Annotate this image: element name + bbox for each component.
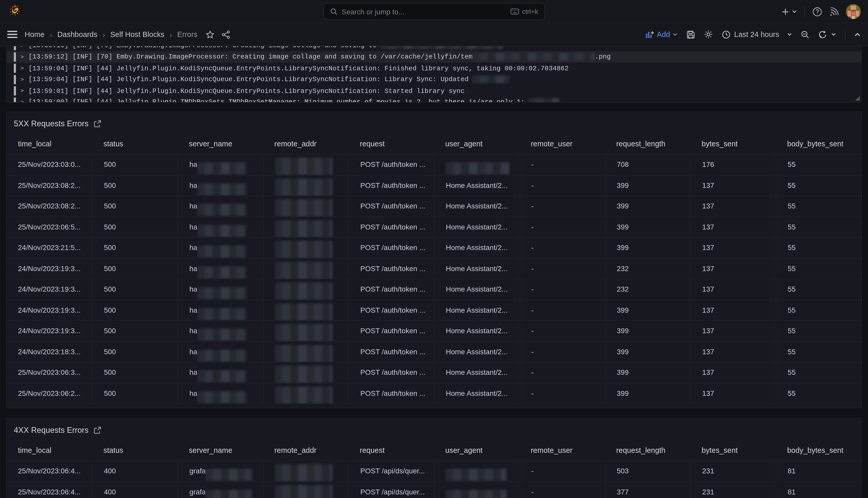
column-header-user_agent[interactable]: user_agent bbox=[434, 135, 519, 154]
mega-menu-button[interactable] bbox=[7, 30, 17, 39]
column-header-request_length[interactable]: request_length bbox=[605, 135, 690, 154]
breadcrumb-dashboard-name[interactable]: Self Host Blocks bbox=[110, 30, 164, 39]
table-cell: 55 bbox=[776, 175, 861, 196]
column-header-time_local[interactable]: time_local bbox=[7, 442, 92, 460]
column-header-remote_addr[interactable]: remote_addr bbox=[263, 135, 349, 154]
table-cell: POST /auth/token ... bbox=[349, 279, 434, 300]
table-cell: 25/Nov/2023:08:2... bbox=[7, 196, 92, 217]
redacted-text bbox=[275, 345, 333, 362]
column-header-request_length[interactable]: request_length bbox=[605, 442, 690, 460]
search-icon bbox=[330, 8, 338, 15]
table-cell bbox=[263, 300, 349, 320]
redacted-text bbox=[206, 490, 252, 498]
logs-panel: >[13:59:13] [INF] [70] Emby.Drawing.Imag… bbox=[6, 46, 862, 103]
table-cell: - bbox=[519, 238, 605, 258]
help-button[interactable] bbox=[812, 6, 822, 17]
zoom-out-button[interactable] bbox=[801, 30, 810, 39]
log-row[interactable]: >[13:59:04] [INF] [44] Jellyfin.Plugin.K… bbox=[7, 63, 861, 74]
grafana-logo[interactable] bbox=[8, 5, 22, 18]
table-cell: 137 bbox=[691, 238, 776, 258]
table-row: 24/Nov/2023:18:3...500haPOST /auth/token… bbox=[7, 341, 861, 362]
breadcrumb-dashboards[interactable]: Dashboards bbox=[57, 30, 97, 39]
redacted-text bbox=[198, 162, 247, 175]
column-header-time_local[interactable]: time_local bbox=[7, 135, 92, 154]
table-cell: 55 bbox=[776, 342, 861, 362]
user-avatar[interactable] bbox=[846, 4, 861, 19]
column-header-server_name[interactable]: server_name bbox=[177, 442, 263, 460]
column-header-body_bytes_sent[interactable]: body_bytes_sent bbox=[776, 442, 861, 460]
table-cell bbox=[263, 175, 349, 196]
log-lines: >[13:59:12] [INF] [70] Emby.Drawing.Imag… bbox=[7, 51, 861, 103]
table-cell: Home Assistant/2... bbox=[434, 238, 519, 258]
share-button[interactable] bbox=[222, 30, 230, 39]
panel-resize-handle[interactable] bbox=[855, 96, 860, 101]
column-header-request[interactable]: request bbox=[349, 135, 434, 154]
table-cell: 137 bbox=[691, 217, 776, 237]
expand-chevron-icon[interactable]: > bbox=[21, 88, 24, 94]
log-row[interactable]: >[13:59:13] [INF] [70] Emby.Drawing.Imag… bbox=[7, 46, 861, 51]
column-header-status[interactable]: status bbox=[92, 442, 177, 460]
column-header-body_bytes_sent[interactable]: body_bytes_sent bbox=[776, 135, 861, 154]
table-cell: 55 bbox=[776, 321, 861, 341]
expand-chevron-icon[interactable]: > bbox=[21, 54, 24, 60]
table-cell: - bbox=[519, 300, 605, 320]
column-header-request[interactable]: request bbox=[349, 442, 434, 460]
column-header-bytes_sent[interactable]: bytes_sent bbox=[691, 442, 776, 460]
keyboard-icon bbox=[510, 8, 519, 15]
table-cell: 55 bbox=[776, 279, 861, 300]
expand-chevron-icon[interactable]: > bbox=[21, 77, 24, 83]
add-panel-button[interactable]: Add bbox=[646, 30, 678, 39]
breadcrumb-home[interactable]: Home bbox=[25, 30, 44, 39]
refresh-button[interactable] bbox=[818, 30, 836, 39]
table-cell: Home Assistant/2... bbox=[434, 175, 519, 196]
expand-chevron-icon[interactable]: > bbox=[21, 65, 24, 71]
expand-chevron-icon[interactable]: > bbox=[21, 99, 24, 103]
column-header-remote_user[interactable]: remote_user bbox=[519, 135, 605, 154]
log-row[interactable]: >[13:59:04] [INF] [44] Jellyfin.Plugin.K… bbox=[7, 74, 861, 85]
favorite-star-button[interactable] bbox=[206, 30, 214, 39]
table-cell: 24/Nov/2023:21:5... bbox=[7, 238, 92, 258]
column-header-remote_addr[interactable]: remote_addr bbox=[263, 442, 349, 460]
external-link-icon[interactable] bbox=[94, 120, 101, 127]
table-cell: Home Assistant/2... bbox=[434, 300, 519, 320]
table-cell bbox=[263, 461, 349, 481]
table-cell: 55 bbox=[776, 217, 861, 237]
table-cell: 500 bbox=[92, 217, 177, 237]
table-cell: 137 bbox=[691, 342, 776, 362]
table-cell: - bbox=[519, 259, 605, 279]
column-header-server_name[interactable]: server_name bbox=[177, 135, 263, 154]
time-range-picker[interactable]: Last 24 hours bbox=[722, 30, 792, 39]
table-cell: - bbox=[519, 175, 605, 196]
column-header-status[interactable]: status bbox=[92, 135, 177, 154]
table-cell: 137 bbox=[691, 196, 776, 217]
redacted-text bbox=[275, 220, 333, 237]
log-message: [13:59:04] [INF] [44] Jellyfin.Plugin.Ko… bbox=[28, 76, 510, 83]
table-cell: 399 bbox=[605, 300, 690, 320]
log-row[interactable]: >[13:59:00] [INF] [44] Jellyfin.Plugin.T… bbox=[7, 96, 861, 103]
dashboard-settings-button[interactable] bbox=[704, 30, 713, 39]
log-row[interactable]: >[13:59:01] [INF] [44] Jellyfin.Plugin.K… bbox=[7, 85, 861, 96]
collapse-toolbar-button[interactable] bbox=[854, 31, 861, 38]
table-cell bbox=[263, 217, 349, 237]
table-cell: 503 bbox=[605, 461, 690, 481]
table-cell: 137 bbox=[691, 300, 776, 320]
log-row[interactable]: >[13:59:12] [INF] [70] Emby.Drawing.Imag… bbox=[7, 51, 861, 63]
external-link-icon[interactable] bbox=[94, 427, 101, 434]
expand-chevron-icon[interactable]: > bbox=[21, 46, 24, 49]
log-clipped-top: >[13:59:13] [INF] [70] Emby.Drawing.Imag… bbox=[7, 46, 861, 51]
column-header-user_agent[interactable]: user_agent bbox=[434, 442, 519, 460]
log-level-bar bbox=[14, 46, 16, 50]
table-cell: POST /auth/token ... bbox=[349, 238, 434, 258]
panel-4xx-requests-errors: 4XX Requests Errors time_localstatusserv… bbox=[6, 418, 862, 498]
table-cell: Home Assistant/2... bbox=[434, 363, 519, 383]
column-header-bytes_sent[interactable]: bytes_sent bbox=[691, 135, 776, 154]
save-dashboard-button[interactable] bbox=[687, 30, 695, 39]
table-cell bbox=[434, 482, 519, 498]
search-input[interactable]: Search or jump to... ctrl+k bbox=[323, 3, 545, 20]
new-menu-button[interactable] bbox=[781, 8, 797, 16]
breadcrumb-current: Errors bbox=[177, 30, 198, 39]
redacted-text bbox=[473, 75, 510, 83]
table-row: 24/Nov/2023:19:3...500haPOST /auth/token… bbox=[7, 320, 861, 341]
column-header-remote_user[interactable]: remote_user bbox=[519, 442, 605, 460]
news-button[interactable] bbox=[829, 7, 839, 16]
